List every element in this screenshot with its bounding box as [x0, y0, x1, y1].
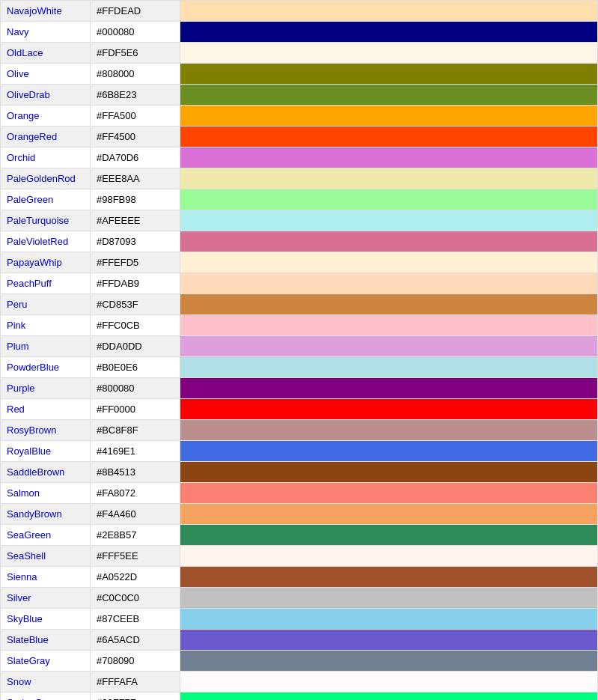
color-hex: #FFA500 [90, 106, 180, 127]
color-swatch [180, 651, 597, 671]
table-row: Silver#C0C0C0 [1, 588, 598, 609]
table-row: PapayaWhip#FFEFD5 [1, 252, 598, 273]
table-row: SlateGray#708090 [1, 651, 598, 672]
color-name[interactable]: RosyBrown [1, 420, 91, 441]
color-name[interactable]: Sienna [1, 567, 91, 588]
color-swatch-cell [180, 357, 597, 378]
color-swatch [180, 43, 597, 63]
color-hex: #FFFAFA [90, 672, 180, 693]
color-name[interactable]: Orange [1, 106, 91, 127]
color-swatch [180, 231, 597, 252]
color-name[interactable]: PeachPuff [1, 273, 91, 294]
color-name[interactable]: Snow [1, 672, 91, 693]
color-name[interactable]: Peru [1, 294, 91, 315]
color-swatch [180, 106, 597, 126]
color-swatch [180, 294, 597, 314]
color-swatch-cell [180, 651, 597, 672]
color-name[interactable]: NavajoWhite [1, 1, 91, 22]
color-swatch-cell [180, 483, 597, 504]
color-name[interactable]: PaleGreen [1, 189, 91, 210]
table-row: SeaGreen#2E8B57 [1, 525, 598, 546]
color-name[interactable]: Orchid [1, 147, 91, 168]
color-name[interactable]: SlateBlue [1, 630, 91, 651]
color-name[interactable]: SlateGray [1, 651, 91, 672]
color-swatch [180, 315, 597, 335]
color-hex: #F4A460 [90, 504, 180, 525]
table-row: Sienna#A0522D [1, 567, 598, 588]
color-swatch [180, 127, 597, 147]
color-name[interactable]: SeaShell [1, 546, 91, 567]
table-row: SlateBlue#6A5ACD [1, 630, 598, 651]
color-name[interactable]: OldLace [1, 43, 91, 64]
color-swatch [180, 399, 597, 419]
color-name[interactable]: Red [1, 399, 91, 420]
table-row: Red#FF0000 [1, 399, 598, 420]
color-hex: #FFC0CB [90, 315, 180, 336]
color-hex: #000080 [90, 22, 180, 43]
color-name[interactable]: SpringGreen [1, 693, 91, 701]
color-name[interactable]: PaleVioletRed [1, 231, 91, 252]
color-swatch-cell [180, 43, 597, 64]
color-name[interactable]: Purple [1, 378, 91, 399]
color-table: NavajoWhite#FFDEADNavy#000080OldLace#FDF… [0, 0, 598, 700]
color-hex: #800080 [90, 378, 180, 399]
color-name[interactable]: PaleGoldenRod [1, 168, 91, 189]
color-name[interactable]: OrangeRed [1, 127, 91, 147]
color-swatch-cell [180, 546, 597, 567]
color-name[interactable]: Salmon [1, 483, 91, 504]
color-name[interactable]: PaleTurquoise [1, 210, 91, 231]
color-hex: #98FB98 [90, 189, 180, 210]
color-swatch [180, 147, 597, 168]
color-name[interactable]: SeaGreen [1, 525, 91, 546]
table-row: PeachPuff#FFDAB9 [1, 273, 598, 294]
color-swatch-cell [180, 567, 597, 588]
table-row: OldLace#FDF5E6 [1, 43, 598, 64]
color-hex: #DA70D6 [90, 147, 180, 168]
color-swatch-cell [180, 378, 597, 399]
color-name[interactable]: Navy [1, 22, 91, 43]
color-swatch-cell [180, 336, 597, 357]
color-hex: #00FF7F [90, 693, 180, 701]
color-swatch-cell [180, 273, 597, 294]
color-hex: #8B4513 [90, 462, 180, 483]
color-hex: #DDA0DD [90, 336, 180, 357]
color-swatch [180, 378, 597, 398]
color-name[interactable]: PowderBlue [1, 357, 91, 378]
color-swatch-cell [180, 525, 597, 546]
color-swatch [180, 252, 597, 273]
color-name[interactable]: OliveDrab [1, 85, 91, 106]
color-swatch-cell [180, 609, 597, 630]
color-name[interactable]: Pink [1, 315, 91, 336]
color-hex: #D87093 [90, 231, 180, 252]
color-swatch [180, 630, 597, 650]
color-hex: #87CEEB [90, 609, 180, 630]
color-swatch [180, 336, 597, 356]
table-row: OrangeRed#FF4500 [1, 127, 598, 147]
color-name[interactable]: Plum [1, 336, 91, 357]
table-row: Snow#FFFAFA [1, 672, 598, 693]
color-swatch-cell [180, 1, 597, 22]
table-row: Pink#FFC0CB [1, 315, 598, 336]
table-row: Navy#000080 [1, 22, 598, 43]
color-swatch-cell [180, 231, 597, 252]
color-name[interactable]: SaddleBrown [1, 462, 91, 483]
color-hex: #FFDAB9 [90, 273, 180, 294]
color-name[interactable]: Olive [1, 64, 91, 85]
color-swatch-cell [180, 85, 597, 106]
table-row: OliveDrab#6B8E23 [1, 85, 598, 106]
color-swatch [180, 85, 597, 105]
color-swatch-cell [180, 22, 597, 43]
color-hex: #4169E1 [90, 441, 180, 462]
color-swatch [180, 672, 597, 692]
color-swatch [180, 1, 597, 21]
color-swatch-cell [180, 693, 597, 701]
table-row: Olive#808000 [1, 64, 598, 85]
color-swatch-cell [180, 189, 597, 210]
color-name[interactable]: PapayaWhip [1, 252, 91, 273]
color-hex: #FFEFD5 [90, 252, 180, 273]
color-name[interactable]: RoyalBlue [1, 441, 91, 462]
color-name[interactable]: Silver [1, 588, 91, 609]
color-name[interactable]: SkyBlue [1, 609, 91, 630]
color-name[interactable]: SandyBrown [1, 504, 91, 525]
color-swatch-cell [180, 399, 597, 420]
